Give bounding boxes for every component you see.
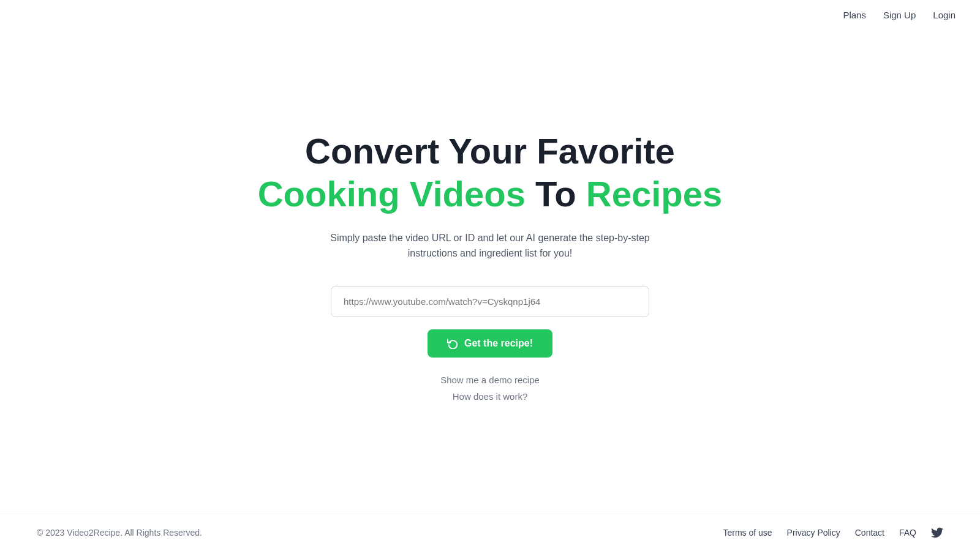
- footer-copyright: © 2023 Video2Recipe. All Rights Reserved…: [37, 528, 202, 538]
- header: Plans Sign Up Login: [0, 0, 980, 30]
- footer-faq-link[interactable]: FAQ: [899, 528, 916, 538]
- hero-to-word: To: [535, 174, 576, 214]
- footer-links: Terms of use Privacy Policy Contact FAQ: [723, 527, 943, 539]
- how-it-works-link[interactable]: How does it work?: [453, 391, 528, 402]
- footer-contact-link[interactable]: Contact: [855, 528, 884, 538]
- get-recipe-button[interactable]: Get the recipe!: [428, 329, 552, 358]
- url-input[interactable]: [331, 286, 649, 317]
- main-content: Convert Your Favorite Cooking Videos To …: [0, 30, 980, 514]
- footer-terms-link[interactable]: Terms of use: [723, 528, 772, 538]
- hero-recipes-word: Recipes: [586, 174, 722, 214]
- url-input-container: [331, 286, 649, 317]
- footer-privacy-link[interactable]: Privacy Policy: [787, 528, 840, 538]
- nav-login[interactable]: Login: [933, 10, 956, 20]
- get-recipe-label: Get the recipe!: [464, 338, 533, 349]
- hero-title: Convert Your Favorite Cooking Videos To …: [258, 130, 723, 215]
- footer: © 2023 Video2Recipe. All Rights Reserved…: [0, 514, 980, 551]
- nav-plans[interactable]: Plans: [843, 10, 866, 20]
- hero-videos-word: Videos: [410, 174, 526, 214]
- demo-recipe-link[interactable]: Show me a demo recipe: [440, 375, 540, 385]
- twitter-icon[interactable]: [931, 527, 943, 539]
- hero-cooking-word: Cooking: [258, 174, 400, 214]
- nav-signup[interactable]: Sign Up: [883, 10, 916, 20]
- refresh-icon: [447, 338, 458, 349]
- hero-title-line1: Convert Your Favorite: [258, 130, 723, 173]
- hero-title-line2: Cooking Videos To Recipes: [258, 174, 723, 214]
- hero-subtitle: Simply paste the video URL or ID and let…: [306, 230, 674, 261]
